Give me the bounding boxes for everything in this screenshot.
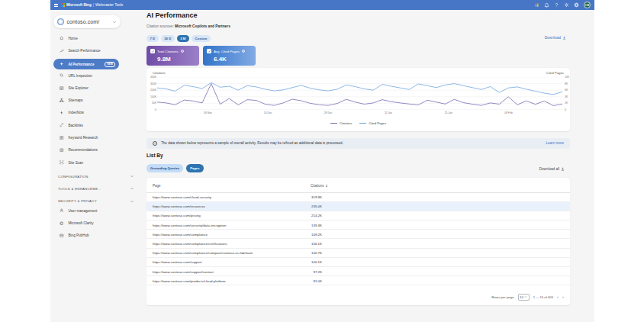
page-url-cell[interactable]: https://www.contoso.com/compliance/certi… bbox=[153, 242, 227, 246]
sidebar-item-bing-pubhub[interactable]: Bing PubHub bbox=[50, 230, 142, 242]
settings-icon[interactable] bbox=[564, 2, 569, 8]
page-url-cell[interactable]: https://www.contoso.com/compliance/compa… bbox=[153, 251, 253, 255]
filter-pill-3-m[interactable]: 3 M bbox=[177, 35, 189, 42]
sidebar-item-label: Backlinks bbox=[69, 124, 83, 127]
y-tick-left: 400K bbox=[150, 76, 156, 79]
sort-desc-icon bbox=[325, 184, 328, 188]
clarity-icon bbox=[60, 221, 64, 226]
sidebar-item-backlinks[interactable]: Backlinks bbox=[50, 119, 142, 131]
legend-swatch bbox=[359, 123, 366, 124]
user-avatar[interactable]: CW bbox=[584, 2, 591, 8]
legend-item-citations[interactable]: Citations bbox=[330, 121, 352, 125]
feedback-icon[interactable] bbox=[534, 2, 539, 8]
table-row[interactable]: https://www.contoso.com/pricing214.2K bbox=[147, 211, 570, 221]
y-tick-left: 200K bbox=[150, 89, 156, 92]
sidebar-item-label: Site Explorer bbox=[69, 86, 89, 90]
y-tick-left: 300K bbox=[150, 82, 156, 85]
legend-item-cited-pages[interactable]: Cited Pages bbox=[359, 121, 386, 125]
sidebar-item-ai-performance[interactable]: AI PerformanceNEW bbox=[53, 59, 119, 69]
table-row[interactable]: https://www.contoso.com/compliance/compa… bbox=[147, 249, 570, 258]
page-url-cell[interactable]: https://www.contoso.com/products/cloud-p… bbox=[153, 279, 226, 283]
sidebar-item-home[interactable]: Home bbox=[50, 32, 142, 44]
sidebar-item-keyword-research[interactable]: Keyword Research bbox=[50, 131, 142, 143]
sidebar-item-indexnow[interactable]: IndexNow bbox=[50, 107, 142, 119]
next-page-button[interactable]: › bbox=[562, 295, 564, 299]
table-rows: https://www.contoso.com/cloud-security31… bbox=[147, 193, 570, 286]
column-header-page[interactable]: Page bbox=[153, 184, 161, 188]
pubhub-icon bbox=[60, 233, 64, 238]
y-tick-right: 0 bbox=[565, 108, 566, 111]
date-range-filters: 7 D30 D3 MCustom bbox=[147, 35, 211, 42]
hamburger-menu-icon[interactable] bbox=[54, 4, 58, 7]
sidebar-item-search-performance[interactable]: Search Performance bbox=[50, 44, 142, 56]
notifications-icon[interactable] bbox=[544, 2, 549, 8]
sidebar-item-label: Home bbox=[69, 37, 78, 40]
section-title: SECURITY & PRIVACY bbox=[58, 199, 97, 203]
kpi-card-total-citations[interactable]: Total Citations i 9.8M bbox=[147, 46, 199, 66]
sparkle-icon bbox=[60, 62, 64, 66]
top-bar: Microsoft Bing|Webmaster Tools CW bbox=[50, 0, 594, 10]
citations-cell: 109.2K bbox=[311, 233, 322, 237]
download-all-link[interactable]: Download all bbox=[539, 167, 565, 171]
rows-per-page-select[interactable]: 10 bbox=[518, 294, 530, 301]
trend-icon bbox=[60, 49, 64, 53]
kpi-label: Avg. Cited Pages bbox=[214, 50, 240, 53]
app-frame: Microsoft Bing|Webmaster Tools CW contos… bbox=[50, 0, 594, 322]
list-by-tab-grounding-queries[interactable]: Grounding Queries bbox=[147, 164, 183, 172]
brand-title: Microsoft Bing|Webmaster Tools bbox=[66, 3, 123, 7]
checkbox-checked-icon[interactable] bbox=[207, 49, 211, 53]
y-tick-right: 8K bbox=[565, 82, 568, 85]
sidebar-item-microsoft-clarity[interactable]: Microsoft Clarity bbox=[50, 217, 142, 229]
line-chart[interactable] bbox=[157, 77, 562, 110]
table-row[interactable]: https://www.contoso.com/compliance/certi… bbox=[147, 239, 570, 248]
site-selector[interactable]: contoso.com/ bbox=[53, 15, 121, 28]
sidebar-item-recommendations[interactable]: Recommendations bbox=[50, 144, 142, 156]
table-row[interactable]: https://www.contoso.com/resources235.0K bbox=[147, 202, 570, 211]
table-row[interactable]: https://www.contoso.com/cloud-security31… bbox=[147, 193, 570, 202]
list-by-tab-pages[interactable]: Pages bbox=[186, 164, 203, 172]
filter-pill-30-d[interactable]: 30 D bbox=[161, 35, 175, 42]
page-url-cell[interactable]: https://www.contoso.com/support bbox=[153, 260, 201, 264]
legend-label: Citations bbox=[340, 121, 352, 125]
info-banner: i The data shown below represents a samp… bbox=[147, 138, 570, 149]
page-url-cell[interactable]: https://www.contoso.com/cloud-security bbox=[153, 195, 211, 199]
sidebar-item-sitemaps[interactable]: Sitemaps bbox=[50, 94, 142, 106]
page-url-cell[interactable]: https://www.contoso.com/pricing bbox=[153, 214, 201, 217]
table-row[interactable]: https://www.contoso.com/security/data-en… bbox=[147, 221, 570, 230]
sidebar-item-site-explorer[interactable]: Site Explorer bbox=[50, 82, 142, 94]
page-url-cell[interactable]: https://www.contoso.com/security/data-en… bbox=[153, 224, 226, 227]
sidebar-item-site-scan[interactable]: Site Scan bbox=[50, 156, 142, 169]
page-url-cell[interactable]: https://www.contoso.com/support/contact bbox=[153, 270, 214, 274]
citations-cell: 319.9K bbox=[311, 195, 322, 199]
checkbox-checked-icon[interactable] bbox=[150, 49, 155, 53]
table-row[interactable]: https://www.contoso.com/support100.1K bbox=[147, 258, 570, 267]
sidebar-item-url-inspection[interactable]: URL Inspection bbox=[50, 69, 142, 82]
page-url-cell[interactable]: https://www.contoso.com/compliance bbox=[153, 233, 208, 237]
sidebar-item-user-management[interactable]: User management bbox=[50, 204, 142, 217]
column-header-citations[interactable]: Citations bbox=[311, 184, 328, 188]
indexnow-icon bbox=[60, 111, 64, 115]
table-row[interactable]: https://www.contoso.com/products/cloud-p… bbox=[147, 276, 570, 285]
kpi-card-avg-cited-pages[interactable]: Avg. Cited Pages i 6.4K bbox=[203, 46, 256, 66]
table-row[interactable]: https://www.contoso.com/support/contact9… bbox=[147, 267, 570, 276]
filter-pill-7-d[interactable]: 7 D bbox=[147, 35, 159, 42]
prev-page-button[interactable]: ‹ bbox=[557, 295, 559, 299]
page-title: AI Performance bbox=[147, 11, 198, 19]
download-link[interactable]: Download bbox=[545, 36, 566, 40]
page-url-cell[interactable]: https://www.contoso.com/resources bbox=[153, 204, 205, 208]
sidebar-section-tools-enhanceme-[interactable]: TOOLS & ENHANCEME... bbox=[50, 182, 142, 195]
citations-cell: 91.0K bbox=[311, 279, 322, 283]
new-badge: NEW bbox=[105, 62, 115, 67]
help-icon[interactable] bbox=[554, 2, 559, 8]
learn-more-link[interactable]: Learn more bbox=[546, 141, 565, 145]
kpi-label: Total Citations bbox=[157, 50, 179, 53]
filter-pill-custom[interactable]: Custom bbox=[192, 35, 211, 42]
chart-legend: CitationsCited Pages bbox=[147, 121, 570, 125]
table-row[interactable]: https://www.contoso.com/compliance109.2K bbox=[147, 230, 570, 239]
apps-icon[interactable] bbox=[574, 2, 579, 8]
download-icon bbox=[561, 167, 565, 171]
x-tick: 30 Nov bbox=[204, 111, 212, 114]
sidebar-extra-items: User managementMicrosoft ClarityBing Pub… bbox=[50, 204, 142, 242]
series-citations bbox=[157, 84, 562, 106]
sidebar-section-configuration[interactable]: CONFIGURATION bbox=[50, 170, 142, 182]
